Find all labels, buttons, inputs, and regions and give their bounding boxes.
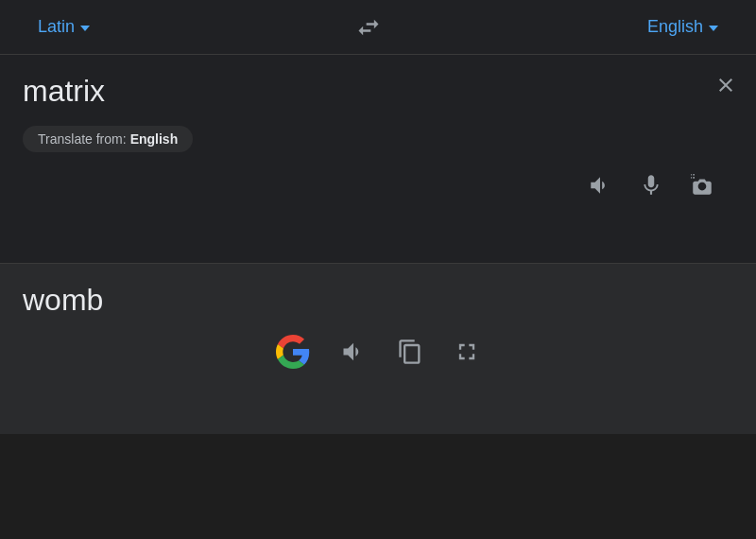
target-text: womb [23,283,733,318]
target-lang-label: English [647,17,703,37]
close-icon [714,74,737,96]
speaker-target-icon [340,339,367,365]
translate-from-badge[interactable]: Translate from: English [23,126,193,152]
camera-icon [690,173,714,198]
source-panel: matrix Translate from: English [0,55,756,263]
speak-target-button[interactable] [340,339,367,365]
source-lang-chevron-icon [80,26,90,31]
speaker-icon [588,173,612,198]
copy-translation-button[interactable] [397,339,423,365]
swap-languages-button[interactable] [355,14,382,41]
fullscreen-button[interactable] [454,339,480,365]
translate-from-prefix: Translate from: [38,131,127,147]
camera-translate-button[interactable] [690,173,714,198]
target-lang-chevron-icon [709,26,718,31]
toolbar: Latin English [0,0,756,55]
speak-source-button[interactable] [588,173,612,198]
translate-from-lang: English [130,131,179,147]
source-text: matrix [23,74,733,109]
microphone-button[interactable] [639,173,663,198]
target-panel: womb [0,264,756,434]
google-logo-icon [276,335,310,369]
copy-icon [397,339,423,365]
source-lang-label: Latin [38,17,75,37]
mic-icon [639,173,663,198]
target-lang-button[interactable]: English [647,17,718,37]
swap-icon [355,14,382,41]
target-actions [23,318,733,374]
source-actions [23,162,733,205]
source-lang-button[interactable]: Latin [38,17,90,37]
clear-input-button[interactable] [714,74,737,96]
fullscreen-icon [454,339,480,365]
google-button[interactable] [276,335,310,369]
